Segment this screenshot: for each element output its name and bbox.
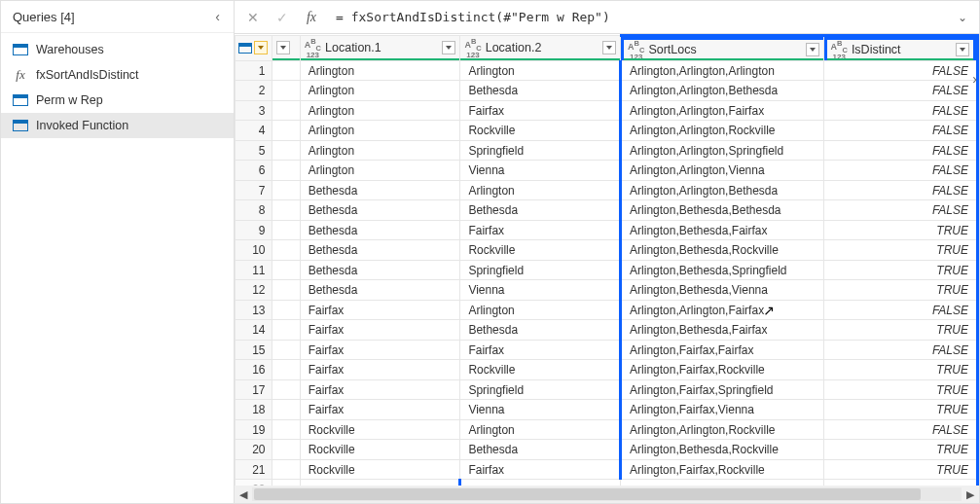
cell-d[interactable]: FALSE [823,60,977,81]
table-row[interactable]: 10BethesdaRockvilleArlington,Bethesda,Ro… [236,240,978,261]
column-filter-button[interactable] [276,41,290,54]
row-number[interactable]: 4 [236,121,272,141]
cell-d[interactable]: TRUE [823,379,977,400]
column-filter-button[interactable] [956,43,969,56]
scroll-thumb[interactable] [254,488,921,500]
cell-loc0[interactable] [272,400,300,420]
cell-l2[interactable]: Rockville [460,360,621,380]
table-row[interactable]: 3ArlingtonFairfaxArlington,Arlington,Fai… [236,100,978,121]
table-row[interactable]: 9BethesdaFairfaxArlington,Bethesda,Fairf… [236,220,978,240]
column-header-IsDistinct[interactable]: ABC123IsDistinct [823,36,977,61]
cell-l1[interactable]: Bethesda [300,200,460,221]
cell-sl[interactable]: Arlington,Fairfax,Rockville [621,360,823,380]
cell-d[interactable]: FALSE [823,200,977,221]
cell-l2[interactable]: Fairfax [460,459,621,480]
scroll-left-button[interactable]: ◀ [235,486,252,503]
column-header-Location.1[interactable]: ABC123Location.1 [300,36,460,61]
commit-formula-button[interactable]: ✓ [270,5,295,30]
cell-loc0[interactable] [272,360,300,380]
cell-loc0[interactable] [272,60,300,81]
table-row[interactable]: 7BethesdaArlingtonArlington,Arlington,Be… [236,180,978,200]
row-number[interactable]: 18 [236,400,272,420]
cell-loc0[interactable] [272,100,300,121]
table-row[interactable]: 18FairfaxViennaArlington,Fairfax,ViennaT… [236,400,978,420]
cell-sl[interactable]: Arlington,Bethesda,Fairfax [621,320,823,341]
cell-loc0[interactable] [272,140,300,161]
cell-l1[interactable]: Arlington [300,81,460,101]
cell-l1[interactable]: Bethesda [300,240,460,261]
cell-l2[interactable]: Fairfax [460,220,621,240]
row-number[interactable]: 11 [236,260,272,280]
cell-d[interactable]: TRUE [823,320,977,341]
cell-sl[interactable]: Arlington,Bethesda,Rockville [621,240,823,261]
cell-l2[interactable]: Bethesda [460,320,621,341]
row-number[interactable]: 1 [236,60,272,81]
row-number[interactable]: 10 [236,240,272,261]
cell-l1[interactable]: Bethesda [300,280,460,301]
cell-d[interactable]: TRUE [823,459,977,480]
cell-d[interactable]: FALSE [823,140,977,161]
formula-input[interactable] [328,10,948,24]
cell-sl[interactable]: Arlington,Fairfax,Vienna [621,400,823,420]
row-number[interactable]: 5 [236,140,272,161]
scroll-track[interactable] [252,487,962,501]
row-number[interactable]: 21 [236,459,272,480]
cell-l2[interactable]: Bethesda [460,440,621,460]
fx-icon[interactable]: fx [299,5,324,30]
row-number[interactable]: 3 [236,100,272,121]
cell-l2[interactable]: Bethesda [460,200,621,221]
cell-sl[interactable]: Arlington,Fairfax,Springfield [621,379,823,400]
cell-sl[interactable]: Arlington,Fairfax,Fairfax [621,340,823,360]
cell-d[interactable]: TRUE [823,440,977,460]
cell-l2[interactable]: Fairfax [460,340,621,360]
row-number[interactable]: 16 [236,360,272,380]
cell-l2[interactable]: Vienna [460,400,621,420]
cell-d[interactable]: TRUE [823,240,977,261]
cell-sl[interactable]: Arlington,Arlington,Rockville [621,121,823,141]
cell-sl[interactable]: Arlington,Fairfax,Rockville [621,459,823,480]
cell-l2[interactable]: Arlington [460,180,621,200]
cell-l2[interactable]: Springfield [460,140,621,161]
query-item-warehouses[interactable]: Warehouses [1,37,234,62]
cell-sl[interactable]: Arlington,Arlington,Rockville [621,419,823,440]
cell-loc0[interactable] [272,81,300,101]
cell-loc0[interactable] [272,121,300,141]
cell-loc0[interactable] [272,379,300,400]
cell-loc0[interactable] [272,180,300,200]
column-header-corner[interactable] [236,36,272,61]
table-menu-button[interactable] [254,41,268,54]
row-number[interactable]: 2 [236,81,272,101]
cell-d[interactable]: FALSE [823,100,977,121]
table-row[interactable]: 5ArlingtonSpringfieldArlington,Arlington… [236,140,978,161]
cell-l1[interactable]: Bethesda [300,220,460,240]
table-row[interactable]: 16FairfaxRockvilleArlington,Fairfax,Rock… [236,360,978,380]
query-item-invoked-function[interactable]: Invoked Function [1,113,234,138]
cell-l2[interactable]: Rockville [460,240,621,261]
row-number[interactable]: 6 [236,161,272,181]
scroll-right-button[interactable]: ▶ [962,486,979,503]
cell-l1[interactable]: Fairfax [300,340,460,360]
cell-d[interactable]: FALSE [823,161,977,181]
cell-l1[interactable]: Rockville [300,419,460,440]
cell-sl[interactable]: Arlington,Arlington,Vienna [621,161,823,181]
cell-d[interactable]: FALSE [823,180,977,200]
cell-l1[interactable]: Fairfax [300,300,460,320]
cell-l1[interactable]: Arlington [300,100,460,121]
cell-l2[interactable]: Vienna [460,161,621,181]
cell-l1[interactable]: Rockville [300,440,460,460]
cell-sl[interactable]: Arlington,Arlington,Bethesda [621,81,823,101]
cell-l1[interactable]: Arlington [300,60,460,81]
row-number[interactable]: 7 [236,180,272,200]
cell-l1[interactable]: Rockville [300,459,460,480]
cell-d[interactable]: FALSE [823,300,977,320]
horizontal-scrollbar[interactable]: ◀ ▶ [235,486,979,503]
cell-loc0[interactable] [272,340,300,360]
collapse-sidebar-button[interactable]: ‹ [213,7,222,26]
cell-sl[interactable]: Arlington,Bethesda,Springfield [621,260,823,280]
cell-d[interactable]: FALSE [823,81,977,101]
cell-sl[interactable]: Arlington,Bethesda,Rockville [621,440,823,460]
row-number[interactable]: 17 [236,379,272,400]
query-item-perm-w-rep[interactable]: Perm w Rep [1,88,234,113]
table-row[interactable]: 19RockvilleArlingtonArlington,Arlington,… [236,419,978,440]
table-row[interactable]: 20RockvilleBethesdaArlington,Bethesda,Ro… [236,440,978,460]
